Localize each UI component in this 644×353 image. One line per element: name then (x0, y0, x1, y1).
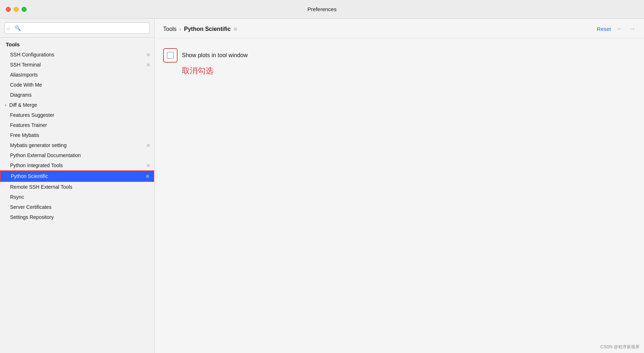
show-plots-checkbox[interactable] (167, 52, 174, 59)
sidebar-item-free-mybatis[interactable]: Free Mybatis (0, 130, 154, 140)
annotation-text: 取消勾选 (182, 65, 635, 76)
search-wrapper: ⌕ (4, 22, 150, 34)
sidebar-item-diff-merge[interactable]: › Diff & Merge (0, 100, 154, 110)
sidebar-item-python-scientific[interactable]: Python Scientific ⊞ (0, 170, 154, 182)
window-title: Preferences (308, 6, 337, 12)
maximize-button[interactable] (22, 7, 27, 12)
minimize-button[interactable] (14, 7, 19, 12)
nav-forward-button[interactable]: → (629, 25, 635, 33)
settings-icon: ⊞ (147, 143, 150, 148)
arrow-icon: › (5, 103, 6, 107)
sidebar-item-code-with-me[interactable]: Code With Me (0, 80, 154, 90)
sidebar: ⌕ Tools SSH Configurations ⊞ SSH Termina… (0, 19, 155, 353)
sidebar-item-server-certificates[interactable]: Server Certificates (0, 202, 154, 212)
sidebar-item-ssh-configurations[interactable]: SSH Configurations ⊞ (0, 50, 154, 60)
settings-icon: ⊞ (147, 63, 150, 67)
sidebar-item-python-external-doc[interactable]: Python External Documentation (0, 150, 154, 160)
search-icon: ⌕ (7, 26, 10, 31)
settings-icon: ⊞ (147, 163, 150, 168)
breadcrumb: Tools › Python Scientific ⊞ (163, 26, 237, 32)
search-input[interactable] (4, 22, 150, 34)
breadcrumb-settings-icon: ⊞ (234, 27, 237, 32)
watermark: CSDN @程序新视界 (600, 344, 640, 350)
main-container: ⌕ Tools SSH Configurations ⊞ SSH Termina… (0, 19, 644, 353)
reset-button[interactable]: Reset (597, 26, 611, 32)
sidebar-item-settings-repository[interactable]: Settings Repository (0, 212, 154, 222)
content-header: Tools › Python Scientific ⊞ Reset ← → (155, 19, 644, 38)
sidebar-item-mybatis-generator[interactable]: Mybatis generator setting ⊞ (0, 140, 154, 150)
header-actions: Reset ← → (597, 25, 635, 33)
sidebar-item-rsync[interactable]: Rsync (0, 192, 154, 202)
checkbox-wrapper[interactable] (163, 48, 178, 63)
sidebar-item-diagrams[interactable]: Diagrams (0, 90, 154, 100)
sidebar-section-tools: Tools (0, 40, 154, 50)
window-controls (6, 7, 27, 12)
content-area: Tools › Python Scientific ⊞ Reset ← → Sh… (155, 19, 644, 353)
breadcrumb-current: Python Scientific (184, 26, 231, 32)
sidebar-item-alias-imports[interactable]: AliasImports (0, 70, 154, 80)
settings-icon: ⊞ (146, 174, 149, 179)
sidebar-item-ssh-terminal[interactable]: SSH Terminal ⊞ (0, 60, 154, 70)
breadcrumb-parent: Tools (163, 26, 176, 32)
sidebar-item-python-integrated-tools[interactable]: Python Integrated Tools ⊞ (0, 160, 154, 170)
sidebar-item-features-suggester[interactable]: Features Suggester (0, 110, 154, 120)
settings-icon: ⊞ (147, 52, 150, 57)
option-row: Show plots in tool window (163, 48, 635, 63)
sidebar-item-features-trainer[interactable]: Features Trainer (0, 120, 154, 130)
sidebar-list: Tools SSH Configurations ⊞ SSH Terminal … (0, 38, 154, 353)
sidebar-item-remote-ssh-external[interactable]: Remote SSH External Tools (0, 182, 154, 192)
search-bar: ⌕ (0, 19, 154, 38)
titlebar: Preferences (0, 0, 644, 19)
content-body: Show plots in tool window 取消勾选 (155, 38, 644, 353)
breadcrumb-separator: › (179, 26, 181, 32)
close-button[interactable] (6, 7, 11, 12)
option-label: Show plots in tool window (182, 52, 248, 59)
nav-back-button[interactable]: ← (617, 25, 623, 33)
